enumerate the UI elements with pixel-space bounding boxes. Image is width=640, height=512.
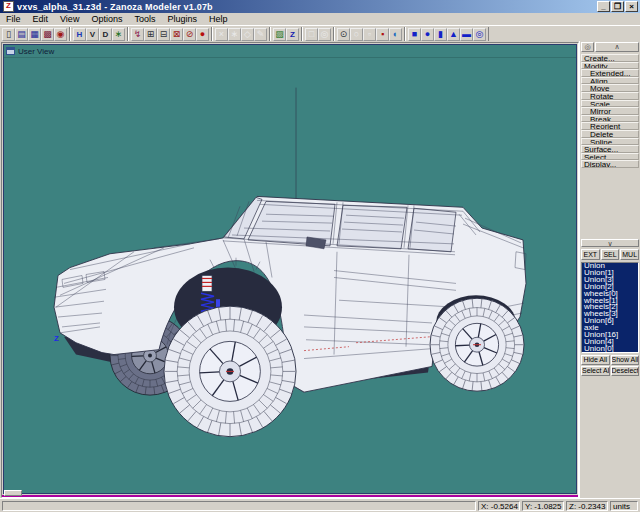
hidden-mode-button[interactable]: H (73, 28, 86, 41)
menu-item-help[interactable]: Help (203, 13, 234, 25)
viewport-canvas[interactable]: Z (4, 58, 576, 493)
view-single-icon[interactable]: ⊞ (144, 28, 157, 41)
panel-collapse-down-button[interactable]: ∨ (581, 239, 639, 247)
menu-item-plugins[interactable]: Plugins (161, 13, 203, 25)
zoom-icon[interactable]: ⊙ (337, 28, 350, 41)
title-bar: Z vxvs_alpha_31.z3d - Zanoza Modeler v1.… (0, 0, 640, 13)
viewport-corner-handle[interactable] (4, 490, 22, 496)
globe-icon[interactable]: ◐ (389, 28, 402, 41)
restore-button[interactable]: ❐ (611, 1, 624, 12)
wire-sphere-icon[interactable]: ○ (350, 28, 363, 41)
command-delete[interactable]: Delete (581, 130, 639, 138)
rect-select-icon[interactable]: □ (305, 28, 318, 41)
save-copy-icon[interactable]: ▩ (41, 28, 54, 41)
primitive-cone-icon[interactable]: ▲ (447, 28, 460, 41)
window-title: vxvs_alpha_31.z3d - Zanoza Modeler v1.07… (17, 2, 597, 12)
status-units: units (610, 501, 638, 511)
save-icon[interactable]: ▦ (28, 28, 41, 41)
object-list: UnionUnion[1]Union[3]Union[2]wheels[0]wh… (581, 262, 639, 353)
visible-mode-button[interactable]: V (86, 28, 99, 41)
rotate-tool-icon[interactable]: ∗ (228, 28, 241, 41)
command-rotate[interactable]: Rotate (581, 92, 639, 100)
materials-icon[interactable]: ▨ (273, 28, 286, 41)
deselect-button[interactable]: Deselect (611, 366, 640, 376)
car-wireframe: Z (4, 58, 576, 493)
command-scale[interactable]: Scale (581, 100, 639, 108)
vertices-mode-icon[interactable]: ∗ (112, 28, 125, 41)
minimize-button[interactable]: _ (597, 1, 610, 12)
command-break[interactable]: Break (581, 115, 639, 123)
selection-mode-row: EXTSELMUL (581, 249, 639, 260)
reload-icon[interactable]: ◉ (54, 28, 67, 41)
panel-collapse-up-button[interactable]: ∧ (595, 42, 639, 52)
axis-z-label: Z (54, 334, 59, 343)
command-spline[interactable]: Spline... (581, 138, 639, 146)
zanoza-logo-icon[interactable]: Z (286, 28, 299, 41)
show-all-button[interactable]: Show All (611, 355, 640, 365)
active-view-highlight (2, 495, 578, 497)
command-align[interactable]: Align... (581, 77, 639, 85)
primitive-cube-icon[interactable]: ■ (408, 28, 421, 41)
command-panel: ◎ ∧ Create...Modify...Extended...Align..… (579, 41, 640, 498)
command-display[interactable]: Display... (581, 160, 639, 168)
viewport-window: User View Z (1, 42, 579, 498)
menu-item-file[interactable]: File (0, 13, 27, 25)
command-list: Create...Modify...Extended...Align...Mov… (581, 54, 639, 168)
status-x-coordinate: X: -0.5264 (478, 501, 520, 511)
mode-button-ext[interactable]: EXT (581, 249, 600, 260)
view-split-icon[interactable]: ⊟ (157, 28, 170, 41)
primitive-cylinder-icon[interactable]: ▮ (434, 28, 447, 41)
primitive-disc-icon[interactable]: ▬ (460, 28, 473, 41)
status-message-cell (2, 501, 476, 511)
command-extended[interactable]: Extended... (581, 69, 639, 77)
menu-item-view[interactable]: View (54, 13, 85, 25)
primitive-torus-icon[interactable]: ◎ (473, 28, 486, 41)
flip-tool-icon[interactable]: ◇ (241, 28, 254, 41)
command-mirror[interactable]: Mirror (581, 107, 639, 115)
move-tool-icon[interactable]: × (215, 28, 228, 41)
menu-item-tools[interactable]: Tools (128, 13, 161, 25)
primitive-sphere-icon[interactable]: ● (421, 28, 434, 41)
command-create[interactable]: Create... (581, 54, 639, 62)
view-disable-icon[interactable]: ⊘ (183, 28, 196, 41)
app-icon: Z (3, 1, 14, 12)
menu-item-edit[interactable]: Edit (27, 13, 55, 25)
new-icon[interactable]: ▯ (2, 28, 15, 41)
command-move[interactable]: Move (581, 84, 639, 92)
command-reorient[interactable]: Reorient (581, 122, 639, 130)
viewport-caption[interactable]: User View (4, 45, 576, 58)
menu-item-options[interactable]: Options (85, 13, 128, 25)
select-all-button[interactable]: Select All (581, 366, 610, 376)
command-surface[interactable]: Surface... (581, 145, 639, 153)
close-button[interactable]: × (625, 1, 638, 12)
edit-tool-icon[interactable]: ✎ (254, 28, 267, 41)
circle-select-icon[interactable]: ◎ (318, 28, 331, 41)
draw-mode-button[interactable]: D (99, 28, 112, 41)
open-icon[interactable]: ▤ (15, 28, 28, 41)
render-icon[interactable]: ● (196, 28, 209, 41)
polyline-icon[interactable]: ↯ (131, 28, 144, 41)
viewport-caption-label: User View (18, 47, 54, 56)
view-menu-icon[interactable] (6, 47, 15, 55)
object-actions: Hide AllShow AllSelect AllDeselect (581, 355, 639, 376)
status-bar: X: -0.5264 Y: -1.0825 Z: -0.2343 units (0, 498, 640, 512)
wire-box-icon[interactable]: ▫ (363, 28, 376, 41)
mode-button-mul[interactable]: MUL (620, 249, 639, 260)
hide-all-button[interactable]: Hide All (581, 355, 610, 365)
command-modify[interactable]: Modify... (581, 62, 639, 70)
object-item[interactable]: Union[0] (582, 346, 638, 353)
status-z-coordinate: Z: -0.2343 (566, 501, 608, 511)
mode-button-sel[interactable]: SEL (601, 249, 620, 260)
command-select[interactable]: Select... (581, 153, 639, 161)
status-y-coordinate: Y: -1.0825 (522, 501, 564, 511)
marker-icon[interactable]: ▪ (376, 28, 389, 41)
panel-pin-button[interactable]: ◎ (581, 42, 594, 52)
view-active-icon[interactable]: ⊠ (170, 28, 183, 41)
toolbar: ▯▤▦▩◉HVD∗↯⊞⊟⊠⊘●×∗◇✎▨Z□◎⊙○▫▪◐■●▮▲▬◎ (0, 25, 640, 42)
